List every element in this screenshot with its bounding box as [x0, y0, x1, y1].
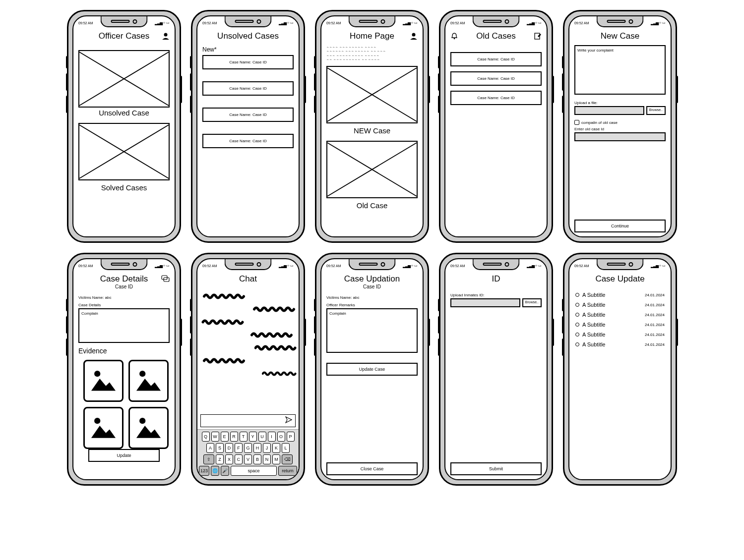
browse-button[interactable]: Browse.. [522, 298, 542, 307]
update-item[interactable]: A Subtitle24.01.2024 [574, 300, 666, 310]
phone-officer-cases: 09:52 AM ▂▃▅⌔▭ Officer Cases Unsolved Ca… [67, 10, 181, 243]
intro-text: ～～～～ ～～～ ～～～～～ ～～～～～～～～～～ ～～～ ～～～～～ ～～ ～… [326, 45, 418, 62]
key-Y[interactable]: Y [249, 432, 257, 442]
phone-id: 09:52 AM▂▃▅⌔▭ ID Upload Inmates ID: Brow… [439, 253, 553, 486]
key-K[interactable]: K [272, 443, 280, 453]
key-123[interactable]: 123 [199, 466, 209, 476]
solved-label: Solved Cases [78, 183, 170, 192]
victim-label: Victims Name: abc [326, 295, 418, 300]
unsolved-label: Unsolved Case [78, 109, 170, 117]
update-item[interactable]: A Subtitle24.01.2024 [574, 330, 666, 339]
profile-icon[interactable] [410, 32, 418, 42]
send-icon[interactable] [285, 416, 292, 425]
key-T[interactable]: T [240, 432, 248, 442]
case-item[interactable]: Case Name: Case ID [202, 55, 294, 69]
page-subtitle: Case ID [115, 284, 133, 289]
evidence-thumb[interactable] [128, 360, 169, 402]
close-case-button[interactable]: Close Case [326, 462, 418, 475]
file-input[interactable] [450, 298, 520, 307]
continue-button[interactable]: Continue [574, 220, 666, 232]
chat-msg-sent [254, 344, 297, 351]
key-W[interactable]: W [211, 432, 219, 442]
edit-icon[interactable] [534, 32, 542, 42]
key-A[interactable]: A [206, 443, 214, 453]
key-return[interactable]: return [278, 466, 297, 476]
key-space[interactable]: space [231, 466, 277, 476]
chat-icon[interactable] [161, 275, 170, 284]
phone-old-cases: 09:52 AM▂▃▅⌔▭ Old Cases Case Name: Case … [439, 10, 553, 243]
old-case-image[interactable] [326, 141, 418, 198]
key-H[interactable]: H [253, 443, 261, 453]
case-item[interactable]: Case Name: Case ID [202, 81, 294, 96]
chat-msg-sent [262, 370, 297, 377]
key-O[interactable]: O [277, 432, 285, 442]
chat-msg-sent [252, 306, 297, 313]
complaint-textarea[interactable]: Write your complaint [574, 45, 666, 95]
new-case-image[interactable] [326, 66, 418, 123]
key-D[interactable]: D [225, 443, 233, 453]
key-globe[interactable]: 🌐 [211, 466, 219, 476]
solved-image[interactable] [78, 123, 170, 180]
key-mic[interactable]: 🎤 [221, 466, 229, 476]
upload-label: Upload Inmates ID: [450, 293, 542, 297]
key-L[interactable]: L [282, 443, 290, 453]
key-Z[interactable]: Z [216, 454, 224, 464]
evidence-thumb[interactable] [83, 407, 124, 449]
key-J[interactable]: J [263, 443, 271, 453]
update-item[interactable]: A Subtitle24.01.2024 [574, 310, 666, 320]
checkbox-label: compalin of old case [581, 120, 618, 125]
case-item[interactable]: Case Name: Case ID [450, 91, 542, 105]
page-title: Case Update [595, 274, 644, 284]
key-⇧[interactable]: ⇧ [203, 454, 214, 464]
file-input[interactable] [574, 106, 644, 115]
key-B[interactable]: B [253, 454, 261, 464]
new-case-label: NEW Case [326, 126, 418, 135]
key-M[interactable]: M [272, 454, 280, 464]
page-title: Old Cases [476, 31, 515, 41]
case-details-textarea[interactable]: Complain [78, 308, 170, 343]
page-subtitle: Case ID [363, 284, 381, 289]
chat-msg-sent [247, 332, 297, 338]
key-S[interactable]: S [216, 443, 224, 453]
chat-msg-received [199, 293, 249, 300]
key-X[interactable]: X [225, 454, 233, 464]
evidence-thumb[interactable] [128, 407, 169, 449]
key-F[interactable]: F [235, 443, 243, 453]
update-button[interactable]: Update [88, 449, 160, 462]
key-C[interactable]: C [235, 454, 243, 464]
key-U[interactable]: U [258, 432, 266, 442]
case-item[interactable]: Case Name: Case ID [450, 71, 542, 86]
case-item[interactable]: Case Name: Case ID [202, 108, 294, 122]
key-G[interactable]: G [244, 443, 252, 453]
browse-button[interactable]: Browse.. [646, 106, 666, 115]
key-I[interactable]: I [268, 432, 276, 442]
key-Q[interactable]: Q [202, 432, 210, 442]
old-id-input[interactable] [574, 132, 666, 141]
update-item[interactable]: A Subtitle24.01.2024 [574, 339, 666, 349]
key-R[interactable]: R [230, 432, 238, 442]
case-item[interactable]: Case Name: Case ID [202, 134, 294, 148]
chat-input[interactable] [204, 417, 285, 424]
phone-new-case: 09:52 AM▂▃▅⌔▭ New Case Write your compla… [563, 10, 677, 243]
update-item[interactable]: A Subtitle24.01.2024 [574, 290, 666, 300]
keyboard: QWERTYUIOP ASDFGHJKL ⇧ZXCVBNM⌫ 123 🌐 🎤 s… [197, 429, 299, 479]
page-title: Case Details [100, 274, 148, 284]
profile-icon[interactable] [162, 32, 170, 42]
submit-button[interactable]: Submit [450, 462, 542, 475]
update-case-button[interactable]: Update Case [326, 363, 418, 376]
upload-label: Upload a file: [574, 101, 666, 105]
bell-icon[interactable] [450, 32, 458, 42]
unsolved-image[interactable] [78, 50, 170, 108]
key-P[interactable]: P [287, 432, 295, 442]
old-case-checkbox[interactable] [574, 120, 579, 125]
key-E[interactable]: E [221, 432, 229, 442]
evidence-thumb[interactable] [83, 360, 124, 402]
key-N[interactable]: N [263, 454, 271, 464]
key-V[interactable]: V [244, 454, 252, 464]
case-item[interactable]: Case Name: Case ID [450, 52, 542, 66]
page-title: Chat [239, 274, 257, 284]
update-item[interactable]: A Subtitle24.01.2024 [574, 320, 666, 330]
key-⌫[interactable]: ⌫ [282, 454, 293, 464]
new-label: New* [202, 46, 294, 53]
remarks-textarea[interactable]: Complain [326, 308, 418, 353]
